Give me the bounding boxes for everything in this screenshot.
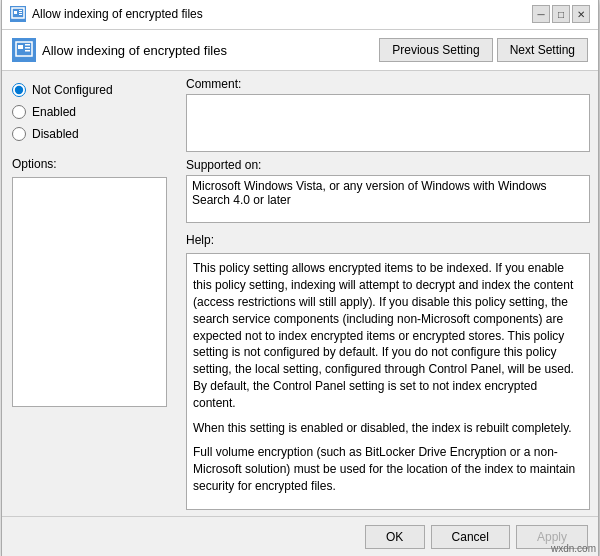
options-label: Options: <box>12 157 172 171</box>
supported-label: Supported on: <box>186 158 590 172</box>
not-configured-label: Not Configured <box>32 83 113 97</box>
comment-label: Comment: <box>186 77 590 91</box>
options-section: Options: <box>12 157 172 407</box>
radio-group: Not Configured Enabled Disabled <box>12 83 172 141</box>
help-text-1: This policy setting allows encrypted ite… <box>193 260 583 411</box>
help-box: This policy setting allows encrypted ite… <box>186 253 590 509</box>
not-configured-radio[interactable] <box>12 83 26 97</box>
title-icon <box>10 6 26 22</box>
svg-rect-6 <box>18 45 23 49</box>
svg-rect-9 <box>25 50 30 52</box>
comment-textarea[interactable] <box>186 94 590 152</box>
cancel-button[interactable]: Cancel <box>431 525 510 549</box>
main-content: Not Configured Enabled Disabled Options: <box>2 71 598 515</box>
title-text: Allow indexing of encrypted files <box>32 7 526 21</box>
ok-button[interactable]: OK <box>365 525 425 549</box>
header-icon <box>12 38 36 62</box>
options-box <box>12 177 167 407</box>
title-controls: ─ □ ✕ <box>532 5 590 23</box>
help-options-row: Help: <box>186 233 590 247</box>
svg-rect-8 <box>25 47 30 49</box>
left-panel: Not Configured Enabled Disabled Options: <box>2 71 182 515</box>
header-bar: Allow indexing of encrypted files Previo… <box>2 30 598 71</box>
disabled-option[interactable]: Disabled <box>12 127 172 141</box>
svg-rect-2 <box>19 10 22 11</box>
main-dialog: Allow indexing of encrypted files ─ □ ✕ … <box>1 0 599 556</box>
svg-rect-7 <box>25 44 30 46</box>
header-left: Allow indexing of encrypted files <box>12 38 227 62</box>
header-buttons: Previous Setting Next Setting <box>379 38 588 62</box>
supported-box: Microsoft Windows Vista, or any version … <box>186 175 590 223</box>
comment-wrapper <box>186 94 590 152</box>
maximize-button[interactable]: □ <box>552 5 570 23</box>
title-bar: Allow indexing of encrypted files ─ □ ✕ <box>2 0 598 30</box>
enabled-radio[interactable] <box>12 105 26 119</box>
enabled-label: Enabled <box>32 105 76 119</box>
help-text-3: Full volume encryption (such as BitLocke… <box>193 444 583 494</box>
help-text-2: When this setting is enabled or disabled… <box>193 420 583 437</box>
not-configured-option[interactable]: Not Configured <box>12 83 172 97</box>
minimize-button[interactable]: ─ <box>532 5 550 23</box>
disabled-label: Disabled <box>32 127 79 141</box>
svg-rect-1 <box>14 11 17 14</box>
enabled-option[interactable]: Enabled <box>12 105 172 119</box>
previous-setting-button[interactable]: Previous Setting <box>379 38 492 62</box>
svg-rect-4 <box>19 14 22 15</box>
close-button[interactable]: ✕ <box>572 5 590 23</box>
supported-section: Supported on: Microsoft Windows Vista, o… <box>186 158 590 223</box>
footer: OK Cancel Apply <box>2 516 598 556</box>
help-label: Help: <box>186 233 590 247</box>
comment-section: Comment: <box>186 77 590 152</box>
header-title: Allow indexing of encrypted files <box>42 43 227 58</box>
next-setting-button[interactable]: Next Setting <box>497 38 588 62</box>
disabled-radio[interactable] <box>12 127 26 141</box>
watermark: wxdn.com <box>551 543 596 554</box>
svg-rect-0 <box>12 8 24 18</box>
svg-rect-3 <box>19 12 22 13</box>
right-panel: Comment: Supported on: Microsoft Windows… <box>182 71 598 515</box>
